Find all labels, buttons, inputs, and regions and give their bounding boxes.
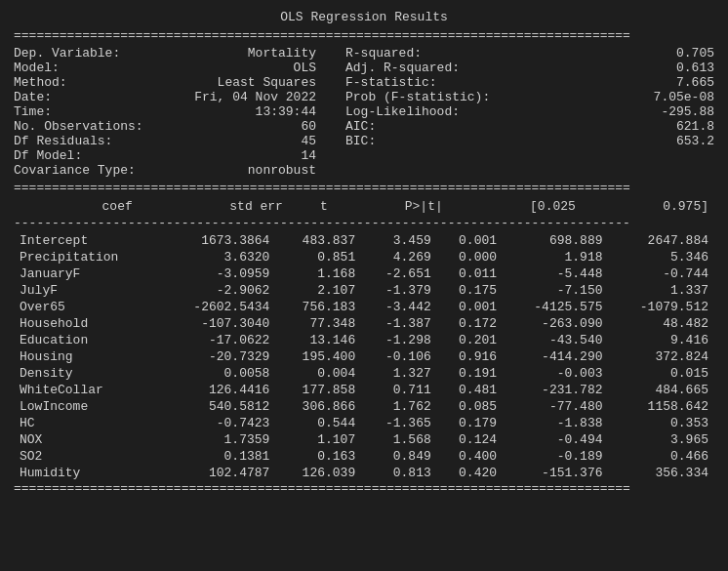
- table-row: SO20.13810.1630.8490.400-0.1890.466: [14, 448, 714, 465]
- col-header-stderr: std err: [139, 197, 289, 216]
- date-value: Fri, 04 Nov 2022: [150, 90, 316, 104]
- bic-value: 653.2: [502, 134, 714, 148]
- date-label: Date:: [14, 90, 150, 104]
- table-row: Household-107.304077.348-1.3870.172-263.…: [14, 315, 714, 332]
- nobs-value: 60: [150, 119, 316, 134]
- table-row: Education-17.062213.146-1.2980.201-43.54…: [14, 332, 714, 348]
- table-row: JanuaryF-3.09591.168-2.6510.011-5.448-0.…: [14, 265, 714, 282]
- col-header-name: [14, 197, 41, 216]
- table-row: JulyF-2.90622.107-1.3790.175-7.1501.337: [14, 282, 714, 299]
- time-value: 13:39:44: [150, 104, 316, 119]
- method-value: Least Squares: [150, 75, 316, 90]
- table-row: HC-0.74230.544-1.3650.179-1.8380.353: [14, 415, 714, 431]
- aic-value: 621.8: [502, 119, 714, 134]
- top-divider: ========================================…: [14, 28, 714, 43]
- model-value: OLS: [150, 61, 316, 75]
- loglik-label: Log-Likelihood:: [345, 104, 502, 119]
- header-divider: ----------------------------------------…: [14, 216, 714, 230]
- table-row: WhiteCollar126.4416177.8580.7110.481-231…: [14, 382, 714, 398]
- nobs-label: No. Observations:: [14, 119, 150, 134]
- model-label: Model:: [14, 61, 150, 75]
- aic-label: AIC:: [345, 119, 502, 134]
- prob-fstat-label: Prob (F-statistic):: [345, 90, 502, 104]
- rsquared-value: 0.705: [502, 46, 714, 61]
- table-row: Humidity102.4787126.0390.8130.420-151.37…: [14, 465, 714, 481]
- dep-var-label: Dep. Variable:: [14, 46, 150, 61]
- df-model-value: 14: [150, 148, 316, 163]
- col-header-ci-low: [0.025: [449, 197, 582, 216]
- page-title: OLS Regression Results: [14, 10, 714, 24]
- prob-fstat-value: 7.05e-08: [502, 90, 714, 104]
- df-resid-label: Df Residuals:: [14, 134, 150, 148]
- table-row: Intercept1673.3864483.8373.4590.001698.8…: [14, 232, 714, 249]
- table-row: LowIncome540.5812306.8661.7620.085-77.48…: [14, 398, 714, 415]
- bottom-divider: ========================================…: [14, 481, 714, 496]
- rsquared-label: R-squared:: [345, 46, 502, 61]
- df-model-label: Df Model:: [14, 148, 150, 163]
- col-header-t: t: [289, 197, 334, 216]
- method-label: Method:: [14, 75, 150, 90]
- df-resid-value: 45: [150, 134, 316, 148]
- table-row: Over65-2602.5434756.183-3.4420.001-4125.…: [14, 299, 714, 315]
- cov-type-label: Covariance Type:: [14, 163, 150, 178]
- adj-rsquared-label: Adj. R-squared:: [345, 61, 502, 75]
- adj-rsquared-value: 0.613: [502, 61, 714, 75]
- col-header-p: P>|t|: [334, 197, 449, 216]
- fstat-label: F-statistic:: [345, 75, 502, 90]
- table-row: NOX1.73591.1071.5680.124-0.4943.965: [14, 431, 714, 448]
- col-header-coef: coef: [41, 197, 139, 216]
- loglik-value: -295.88: [502, 104, 714, 119]
- table-row: Density0.00580.0041.3270.191-0.0030.015: [14, 365, 714, 382]
- bic-label: BIC:: [345, 134, 502, 148]
- time-label: Time:: [14, 104, 150, 119]
- mid-divider-top: ========================================…: [14, 181, 714, 195]
- cov-type-value: nonrobust: [150, 163, 316, 178]
- dep-var-value: Mortality: [150, 46, 316, 61]
- fstat-value: 7.665: [502, 75, 714, 90]
- col-header-ci-high: 0.975]: [582, 197, 714, 216]
- table-row: Precipitation3.63200.8514.2690.0001.9185…: [14, 249, 714, 265]
- table-row: Housing-20.7329195.400-0.1060.916-414.29…: [14, 348, 714, 365]
